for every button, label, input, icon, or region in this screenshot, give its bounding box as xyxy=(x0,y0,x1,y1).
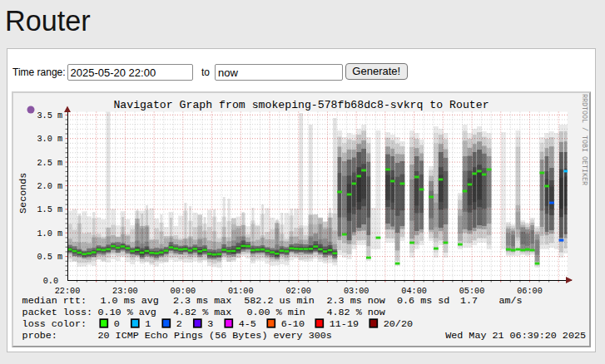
svg-text:3.5 m: 3.5 m xyxy=(37,111,62,121)
svg-text:3.0 m: 3.0 m xyxy=(37,135,62,144)
svg-text:loss color:: loss color: xyxy=(22,318,87,330)
svg-text:1.0 m: 1.0 m xyxy=(37,229,62,239)
svg-text:2.0 m: 2.0 m xyxy=(37,182,62,191)
svg-text:2.5 m: 2.5 m xyxy=(37,159,62,168)
svg-text:1.5 m: 1.5 m xyxy=(37,205,62,214)
svg-text:Seconds: Seconds xyxy=(17,173,29,214)
svg-text:0.5 m: 0.5 m xyxy=(37,253,62,262)
svg-text:RRDTOOL / TOBI OETIKER: RRDTOOL / TOBI OETIKER xyxy=(581,94,588,185)
svg-text:Navigator Graph from smokeping: Navigator Graph from smokeping-578fb68dc… xyxy=(113,99,488,111)
svg-text:Wed May 21 06:39:20 2025: Wed May 21 06:39:20 2025 xyxy=(445,330,586,342)
svg-text:packet loss:0.10 % avg4.82 % m: packet loss:0.10 % avg4.82 % max0.00 % m… xyxy=(22,307,385,318)
svg-text:0.0: 0.0 xyxy=(43,277,58,286)
